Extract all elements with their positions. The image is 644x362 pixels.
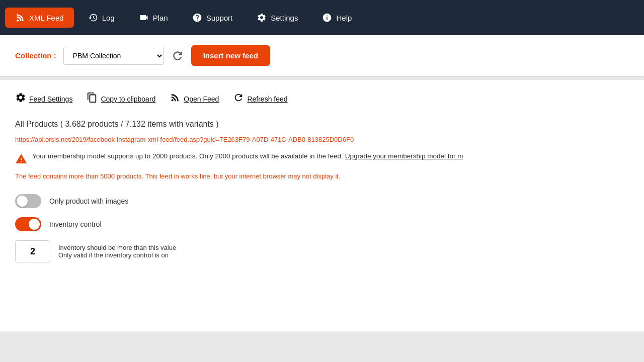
gear-settings-icon [15, 92, 26, 106]
history-icon [88, 13, 98, 23]
feed-title: All Products ( 3.682 products / 7.132 it… [15, 120, 629, 129]
images-toggle-slider [15, 194, 41, 208]
collection-select[interactable]: PBM Collection All Products Summer Colle… [63, 47, 164, 65]
inventory-value-box[interactable]: 2 [15, 240, 50, 262]
feed-settings-label: Feed Settings [29, 95, 72, 103]
nav-log-label: Log [102, 14, 115, 22]
upgrade-link[interactable]: Upgrade your membership model for m [345, 152, 463, 160]
open-feed-label: Open Feed [184, 95, 219, 103]
nav-settings[interactable]: Settings [247, 8, 308, 28]
images-toggle[interactable] [15, 194, 41, 208]
info-text: The feed contains more than 5000 product… [15, 172, 629, 180]
nav-help[interactable]: Help [312, 8, 362, 28]
navbar: XML Feed Log Plan Support Se [0, 0, 644, 35]
images-toggle-knob [17, 196, 28, 207]
copy-clipboard-action[interactable]: Copy to clipboard [87, 92, 155, 106]
feed-url[interactable]: https://api.orsis.net/2019/facebook-inst… [15, 136, 629, 143]
insert-feed-button[interactable]: Insert new feed [191, 45, 270, 66]
action-bar: Feed Settings Copy to clipboard Open Fee… [15, 92, 629, 106]
info-icon [322, 13, 332, 23]
warning-icon [15, 153, 27, 167]
inventory-toggle-row: Inventory control [15, 217, 629, 231]
inventory-row: 2 Inventory should be more than this val… [15, 240, 629, 262]
svg-point-1 [172, 99, 174, 101]
inventory-toggle-label: Inventory control [49, 220, 102, 228]
nav-help-label: Help [336, 14, 352, 22]
open-feed-action[interactable]: Open Feed [170, 92, 219, 106]
warning-box: Your membership model supports up to 200… [15, 152, 629, 167]
collection-label: Collection : [15, 51, 56, 60]
nav-xml-feed[interactable]: XML Feed [5, 8, 74, 28]
inventory-toggle-knob [29, 219, 40, 230]
feed-settings-action[interactable]: Feed Settings [15, 92, 72, 106]
refresh-feed-icon [233, 92, 244, 106]
inventory-toggle-slider [15, 217, 41, 231]
inventory-label1: Inventory should be more than this value [58, 244, 176, 251]
main-content: Feed Settings Copy to clipboard Open Fee… [0, 80, 644, 331]
copy-clipboard-label: Copy to clipboard [101, 95, 155, 103]
refresh-feed-label: Refresh feed [247, 95, 287, 103]
clipboard-icon [87, 92, 98, 106]
feed-stats: ( 3.682 products / 7.132 items with vari… [60, 120, 219, 128]
nav-xml-feed-label: XML Feed [29, 14, 64, 22]
warning-text: Your membership model supports up to 200… [32, 152, 463, 160]
images-toggle-row: Only product with images [15, 194, 629, 208]
inventory-toggle[interactable] [15, 217, 41, 231]
refresh-feed-action[interactable]: Refresh feed [233, 92, 287, 106]
question-icon [192, 13, 202, 23]
nav-plan-label: Plan [153, 14, 168, 22]
nav-log[interactable]: Log [78, 8, 125, 28]
inventory-labels: Inventory should be more than this value… [58, 244, 176, 259]
rss-icon [15, 13, 25, 23]
svg-point-0 [17, 20, 19, 22]
collection-bar: Collection : PBM Collection All Products… [0, 35, 644, 76]
video-icon [139, 13, 149, 23]
images-toggle-label: Only product with images [49, 197, 128, 205]
nav-settings-label: Settings [271, 14, 298, 22]
gear-icon [257, 13, 267, 23]
refresh-collection-button[interactable] [171, 49, 184, 62]
rss-feed-icon [170, 92, 181, 106]
feed-name: All Products [15, 120, 58, 128]
nav-plan[interactable]: Plan [129, 8, 178, 28]
nav-support[interactable]: Support [182, 8, 243, 28]
inventory-label2: Only valid if the inventory control is o… [58, 251, 176, 259]
nav-support-label: Support [206, 14, 233, 22]
inventory-value: 2 [30, 246, 35, 257]
